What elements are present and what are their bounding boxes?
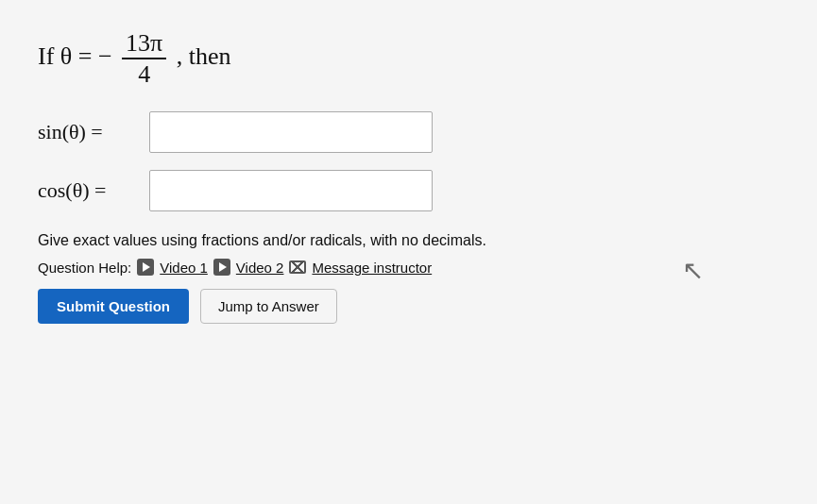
instruction-text: Give exact values using fractions and/or…	[38, 232, 779, 249]
problem-suffix: , then	[177, 42, 231, 70]
video1-link[interactable]: Video 1	[160, 260, 208, 276]
cos-input-row: cos(θ) =	[38, 170, 779, 211]
fraction-numerator: 13π	[122, 28, 166, 59]
fraction-denominator: 4	[134, 59, 154, 89]
sin-input[interactable]	[149, 111, 433, 153]
message-mail-icon	[289, 260, 306, 274]
video1-play-icon	[137, 259, 154, 276]
video2-label: Video 2	[236, 260, 284, 276]
problem-prefix: If θ = −	[38, 42, 112, 70]
problem-text: If θ = − 13π 4 , then	[38, 28, 231, 89]
buttons-row: Submit Question Jump to Answer	[38, 289, 779, 324]
question-help-label: Question Help:	[38, 260, 131, 276]
video2-link[interactable]: Video 2	[236, 260, 284, 276]
jump-to-answer-button[interactable]: Jump to Answer	[200, 289, 337, 324]
question-help: Question Help: Video 1 Video 2 Message i…	[38, 259, 779, 276]
sin-label: sin(θ) =	[38, 120, 142, 144]
cos-label: cos(θ) =	[38, 178, 142, 203]
problem-statement: If θ = − 13π 4 , then	[38, 28, 779, 89]
cursor-icon: ↖	[682, 255, 704, 286]
main-container: If θ = − 13π 4 , then sin(θ) = cos(θ) = …	[0, 0, 817, 504]
sin-input-row: sin(θ) =	[38, 111, 779, 153]
submit-question-button[interactable]: Submit Question	[38, 289, 189, 324]
video2-play-icon	[213, 259, 230, 276]
video1-label: Video 1	[160, 260, 208, 276]
cos-input[interactable]	[149, 170, 433, 211]
message-label: Message instructor	[312, 260, 432, 276]
fraction: 13π 4	[122, 28, 166, 89]
message-instructor-link[interactable]: Message instructor	[312, 260, 432, 276]
